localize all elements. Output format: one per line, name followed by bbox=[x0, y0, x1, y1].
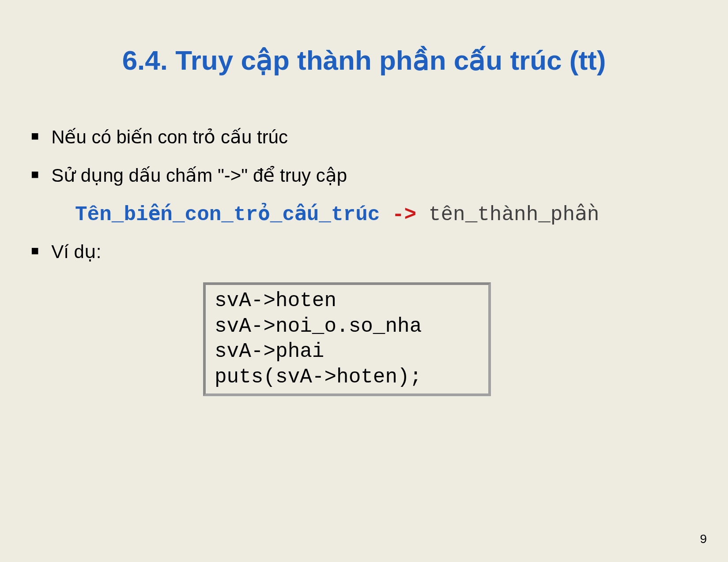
bullet-marker-icon: ■ bbox=[31, 240, 39, 262]
bullet-text: Sử dụng dấu chấm "->" để truy cập bbox=[51, 163, 347, 188]
slide-title: 6.4. Truy cập thành phần cấu trúc (tt) bbox=[0, 44, 728, 76]
syntax-member: tên_thành_phần bbox=[429, 203, 600, 226]
slide: 6.4. Truy cập thành phần cấu trúc (tt) ■… bbox=[0, 0, 728, 562]
code-example-box: svA->hoten svA->noi_o.so_nha svA->phai p… bbox=[203, 282, 491, 396]
syntax-line: Tên_biến_con_trỏ_cấu_trúc -> tên_thành_p… bbox=[75, 201, 697, 226]
bullet-text: Nếu có biến con trỏ cấu trúc bbox=[51, 125, 288, 150]
bullet-item: ■ Nếu có biến con trỏ cấu trúc bbox=[31, 125, 697, 150]
syntax-operator: -> bbox=[380, 203, 428, 226]
bullet-item: ■ Sử dụng dấu chấm "->" để truy cập bbox=[31, 163, 697, 188]
bullet-marker-icon: ■ bbox=[31, 163, 39, 185]
page-number: 9 bbox=[700, 532, 707, 546]
slide-content: ■ Nếu có biến con trỏ cấu trúc ■ Sử dụng… bbox=[0, 125, 728, 396]
syntax-variable: Tên_biến_con_trỏ_cấu_trúc bbox=[75, 203, 380, 226]
bullet-marker-icon: ■ bbox=[31, 125, 39, 147]
bullet-item: ■ Ví dụ: bbox=[31, 240, 697, 265]
bullet-text: Ví dụ: bbox=[51, 240, 101, 265]
